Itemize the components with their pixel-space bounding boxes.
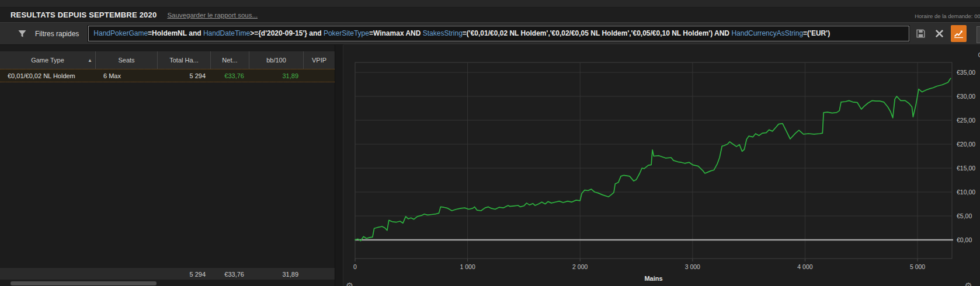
query-token-plain: =('€0,01/€0,02 NL Holdem','€0,02/€0,05 N…: [463, 29, 732, 37]
table-horizontal-scrollbar: [0, 280, 335, 286]
y-tick-label: €35,00: [957, 69, 975, 76]
request-time-label: Horaire de la demande: 002: [915, 13, 980, 19]
partial-button-edge[interactable]: [976, 26, 980, 43]
filter-funnel-icon: [18, 29, 27, 39]
column-header-seats[interactable]: Seats: [96, 51, 158, 69]
table-totals-row: 5 294€33,7631,89: [0, 268, 335, 280]
sort-asc-icon: ▲: [88, 58, 92, 63]
query-token-plain: =HoldemNL and: [148, 29, 203, 37]
save-report-link[interactable]: Sauvegarder le rapport sous...: [167, 12, 258, 19]
query-token-plain: =('EUR'): [803, 29, 830, 37]
query-token-plain: =Winamax AND: [369, 29, 423, 37]
column-header-game-type[interactable]: Game Type▲: [0, 51, 96, 69]
cell: 31,89: [249, 69, 304, 82]
filter-query-input[interactable]: HandPokerGame=HoldemNL and HandDateTime>…: [88, 26, 909, 41]
query-token-field: StakesString: [423, 29, 463, 37]
plot-border: [355, 62, 952, 259]
table-row-selected[interactable]: €0,01/€0,02 NL Holdem6 Max5 294€33,7631,…: [0, 69, 335, 82]
cumulative-winnings-chart[interactable]: 01 0002 0003 0004 0005 000€0,00€5,00€10,…: [343, 44, 980, 286]
column-header-vpip[interactable]: VPIP: [304, 51, 335, 69]
query-token-field: HandPokerGame: [93, 29, 148, 37]
y-tick-label: €20,00: [957, 141, 975, 148]
cell: [304, 268, 335, 280]
x-tick-label: 4 000: [797, 263, 812, 270]
column-header-bb-100[interactable]: bb/100: [249, 51, 304, 69]
y-tick-label: €25,00: [957, 117, 975, 124]
clear-filter-button[interactable]: [932, 26, 947, 41]
window-top-strip: [0, 0, 980, 8]
results-table-panel: Game Type▲SeatsTotal Ha...Net...bb/100VP…: [0, 45, 340, 286]
save-filter-button[interactable]: [913, 26, 928, 41]
x-tick-label: 1 000: [460, 263, 475, 270]
chart-settings-gear-icon-right[interactable]: ⚙: [965, 281, 972, 286]
y-tick-label: €30,00: [957, 93, 975, 100]
y-tick-label: €10,00: [957, 189, 975, 196]
title-bar: RESULTATS DEPUIS SEPTEMBRE 2020 Sauvegar…: [0, 8, 980, 22]
panel-divider[interactable]: [335, 45, 343, 286]
x-tick-label: 3 000: [685, 263, 700, 270]
chart-settings-gear-icon-left[interactable]: ⚙: [346, 281, 353, 286]
table-header-row: Game Type▲SeatsTotal Ha...Net...bb/100VP…: [0, 51, 335, 69]
clipped-legend-char: G: [978, 51, 980, 58]
cell: 5 294: [158, 69, 211, 82]
cell: [0, 268, 96, 280]
y-tick-label: €5,00: [957, 212, 972, 219]
cell: €0,01/€0,02 NL Holdem: [0, 69, 96, 82]
cell: 6 Max: [96, 69, 158, 82]
close-x-icon: [936, 30, 943, 37]
query-token-plain: >={d'2020-09-15'} and: [250, 29, 324, 37]
x-axis-title: Mains: [644, 275, 662, 282]
x-tick-label: 5 000: [910, 263, 925, 270]
cell: 31,89: [249, 268, 304, 280]
cell: [304, 69, 335, 82]
query-token-field: HandDateTime: [203, 29, 250, 37]
column-header-total-ha-[interactable]: Total Ha...: [158, 51, 211, 69]
cell: 5 294: [158, 268, 211, 280]
winnings-curve: [355, 78, 951, 240]
x-tick-label: 0: [353, 263, 357, 270]
cell: €33,76: [211, 69, 249, 82]
poker-tracker-app: { "colors": { "accent_orange": "#e0751f"…: [0, 0, 980, 286]
cell: [96, 268, 158, 280]
quick-filter-bar: Filtres rapides HandPokerGame=HoldemNL a…: [0, 22, 980, 45]
show-graph-button[interactable]: [951, 25, 967, 42]
winnings-chart-panel: 01 0002 0003 0004 0005 000€0,00€5,00€10,…: [343, 44, 980, 286]
page-title: RESULTATS DEPUIS SEPTEMBRE 2020: [11, 11, 157, 19]
query-token-field: PokerSiteType: [324, 29, 369, 37]
line-chart-icon: [954, 29, 964, 39]
quick-filter-label: Filtres rapides: [35, 30, 79, 38]
y-tick-label: €15,00: [957, 165, 975, 172]
x-tick-label: 2 000: [572, 263, 588, 270]
scrollbar-thumb[interactable]: [11, 281, 157, 285]
query-token-field: HandCurrencyAsString: [731, 29, 803, 37]
floppy-save-icon: [916, 29, 926, 39]
cell: €33,76: [211, 268, 249, 280]
y-tick-label: €0,00: [957, 236, 972, 243]
column-header-net-[interactable]: Net...: [211, 51, 249, 69]
